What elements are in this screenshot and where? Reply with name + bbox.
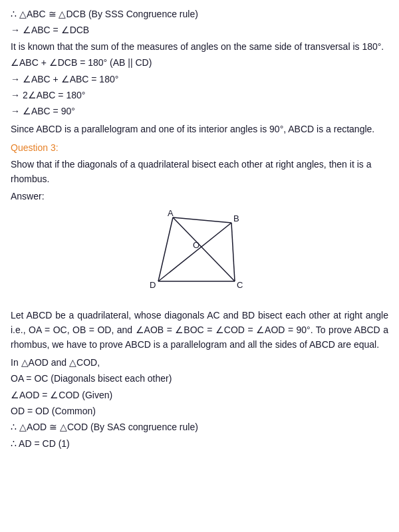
arrow-3: →	[11, 90, 23, 100]
question-text: Show that if the diagonals of a quadrila…	[11, 159, 371, 184]
angle-aod-cod: ∠AOD = ∠COD (Given)	[11, 390, 112, 400]
vertex-d-label: D	[150, 280, 156, 290]
let-abcd-text: Let ABCD be a quadrilateral, whose diago…	[11, 308, 388, 352]
vertex-o-label: O	[193, 240, 200, 250]
vertex-c-label: C	[237, 280, 243, 290]
line-4: ∠ABC + ∠DCB = 180° (AB || CD)	[11, 55, 388, 70]
od-od: OD = OD (Common)	[11, 406, 96, 416]
arrow-2: →	[11, 74, 23, 84]
ad-cd-line: ∴ AD = CD (1)	[11, 436, 388, 451]
svg-line-1	[231, 223, 235, 281]
angle-sum-eq: ∠ABC + ∠DCB = 180° (AB || CD)	[11, 57, 152, 68]
line-2: → ∠ABC = ∠DCB	[11, 23, 388, 37]
angle-abc-dcb: ∠ABC = ∠DCB	[23, 25, 89, 35]
in-triangles-line: In △AOD and △COD,	[11, 355, 388, 370]
vertex-b-label: B	[233, 213, 239, 223]
angle-abc-eq: ∠ABC + ∠ABC = 180°	[23, 74, 118, 84]
svg-line-0	[173, 217, 231, 223]
rectangle-conclusion: Since ABCD is a parallelogram and one of…	[11, 124, 374, 134]
answer-label: Answer:	[11, 191, 45, 201]
ad-cd: ∴ AD = CD (1)	[11, 438, 70, 449]
question-label: Question 3:	[11, 142, 59, 153]
line-6: → 2∠ABC = 180°	[11, 88, 388, 102]
in-triangles: In △AOD and △COD,	[11, 357, 100, 368]
arrow-4: →	[11, 106, 23, 116]
question-3-label: Question 3:	[11, 140, 388, 155]
abc-90: ∠ABC = 90°	[23, 106, 75, 116]
triangle-aod-cod-line: ∴ △AOD ≅ △COD (By SAS congruence rule)	[11, 420, 388, 434]
congruence-statement: ∴ △ABC ≅ △DCB (By SSS Congruence rule)	[11, 9, 198, 19]
line-5: → ∠ABC + ∠ABC = 180°	[11, 72, 388, 86]
let-abcd: Let ABCD be a quadrilateral, whose diago…	[11, 310, 388, 350]
vertex-a-label: A	[168, 209, 174, 218]
transversal-text: It is known that the sum of the measures…	[11, 41, 384, 52]
two-abc-eq: 2∠ABC = 180°	[23, 90, 85, 100]
oa-oc: OA = OC (Diagonals bisect each other)	[11, 373, 172, 384]
line-3: It is known that the sum of the measures…	[11, 39, 388, 54]
line-1: ∴ △ABC ≅ △DCB (By SSS Congruence rule)	[11, 7, 388, 21]
triangle-aod-cod: ∴ △AOD ≅ △COD (By SAS congruence rule)	[11, 422, 198, 432]
answer-label-line: Answer:	[11, 189, 388, 203]
line-8: Since ABCD is a parallelogram and one of…	[11, 122, 388, 136]
oa-oc-line: OA = OC (Diagonals bisect each other)	[11, 371, 388, 386]
diagram-container: A B C D O	[11, 209, 388, 303]
rhombus-diagram: A B C D O	[146, 209, 253, 303]
line-7: → ∠ABC = 90°	[11, 104, 388, 118]
arrow-icon: →	[11, 25, 23, 35]
angle-aod-cod-line: ∠AOD = ∠COD (Given)	[11, 388, 388, 402]
main-content: ∴ △ABC ≅ △DCB (By SSS Congruence rule) →…	[11, 7, 388, 451]
question-3-text: Show that if the diagonals of a quadrila…	[11, 157, 388, 187]
od-od-line: OD = OD (Common)	[11, 404, 388, 418]
